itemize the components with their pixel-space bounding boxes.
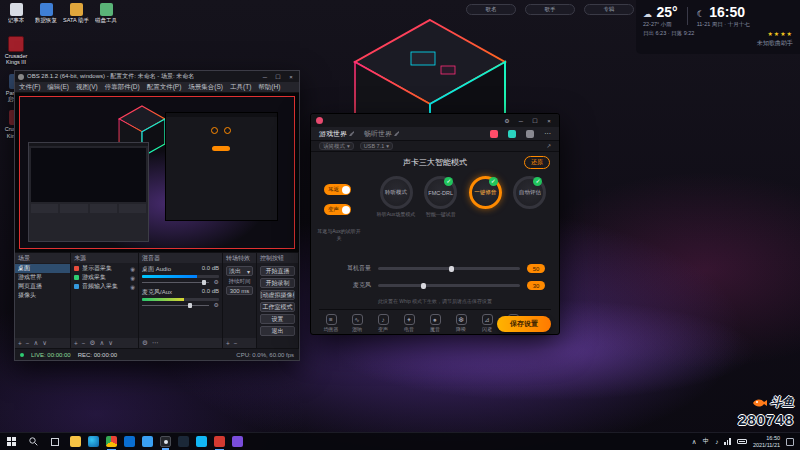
effect-voice-change[interactable]: ♪ 变声 <box>373 314 393 332</box>
menu-file[interactable]: 文件(F) <box>19 83 40 91</box>
scene-item[interactable]: 游戏世界 <box>15 273 70 282</box>
headphone-volume-slider[interactable] <box>378 267 520 270</box>
audio-app-settings-button[interactable]: ⚙ <box>502 117 512 124</box>
device-chip[interactable]: USB 7.1 ▾ <box>360 142 393 150</box>
source-remove-button[interactable]: − <box>82 340 86 347</box>
save-settings-button[interactable]: 保存设置 <box>497 316 551 332</box>
obs-video-canvas[interactable] <box>19 96 295 250</box>
network-icon[interactable] <box>724 438 731 445</box>
store-app-icon[interactable] <box>124 436 135 447</box>
channel-gear-icon[interactable]: ⚙ <box>214 278 219 285</box>
obs-preview-area[interactable] <box>15 93 299 253</box>
taskbar-clock[interactable]: 16:50 2021/11/21 <box>753 435 780 448</box>
scene-down-button[interactable]: ∨ <box>42 339 47 347</box>
transition-add-button[interactable]: + <box>226 340 230 347</box>
menu-edit[interactable]: 编辑(E) <box>47 83 69 91</box>
explorer-app-icon[interactable] <box>70 436 81 447</box>
tray-expand-icon[interactable]: ∧ <box>692 438 697 446</box>
mail-app-icon[interactable] <box>142 436 153 447</box>
effect-electronic[interactable]: ✦ 电音 <box>399 314 419 332</box>
menu-scene-collection[interactable]: 场景集合(S) <box>188 83 223 91</box>
virtual-camera-button[interactable]: 启动虚拟摄像机 <box>260 290 295 300</box>
desktop-icon-sata[interactable]: SATA 助手 <box>63 3 89 23</box>
obs-app-icon[interactable] <box>160 436 171 447</box>
listen-mode-knob[interactable]: 聆听模式 <box>380 176 413 209</box>
more-icon[interactable]: ⋯ <box>544 130 551 138</box>
menu-view[interactable]: 视图(V) <box>76 83 98 91</box>
voice-change-toggle[interactable]: 变声 <box>324 204 351 215</box>
transition-remove-button[interactable]: − <box>234 340 238 347</box>
song-title-field[interactable]: 歌名 <box>466 4 516 15</box>
obs-minimize-button[interactable]: ─ <box>260 74 270 80</box>
chrome-app-icon[interactable] <box>106 436 117 447</box>
volume-icon[interactable]: ♪ <box>715 438 718 445</box>
menu-tools[interactable]: 工具(T) <box>230 83 251 91</box>
fmc-drl-knob[interactable]: FMC-DRL ✓ <box>424 176 457 209</box>
mic-volume-slider[interactable] <box>378 284 520 287</box>
source-item[interactable]: 音频输入采集 ◉ <box>71 282 138 291</box>
desktop-icon-notepad[interactable]: 记事本 <box>3 3 29 23</box>
desktop-icon-recovery[interactable]: 数据恢复 <box>33 3 59 23</box>
source-item[interactable]: 游戏采集 ◉ <box>71 273 138 282</box>
mic-mode-chip[interactable]: 话筒模式 ▾ <box>319 142 354 150</box>
source-down-button[interactable]: ∨ <box>108 339 113 347</box>
visibility-icon[interactable]: ◉ <box>130 275 135 281</box>
notification-center-icon[interactable] <box>786 438 794 446</box>
music-app-icon[interactable] <box>214 436 225 447</box>
music-icon[interactable] <box>490 130 498 138</box>
edge-app-icon[interactable] <box>88 436 99 447</box>
song-album-field[interactable]: 专辑 <box>584 4 634 15</box>
one-key-tune-knob[interactable]: 一键修音 ✓ <box>469 176 502 209</box>
audio-app-close-button[interactable]: × <box>544 118 554 124</box>
share-icon[interactable]: ↗ <box>546 143 551 149</box>
obs-maximize-button[interactable]: ☐ <box>273 73 283 80</box>
steam-app-icon[interactable] <box>178 436 189 447</box>
scene-item[interactable]: 桌面 <box>15 264 70 273</box>
volume-slider[interactable]: ⚙ <box>142 302 219 308</box>
reset-button[interactable]: 还原 <box>524 156 550 169</box>
source-up-button[interactable]: ∧ <box>99 339 104 347</box>
tab-game-world[interactable]: 游戏世界 <box>319 129 354 139</box>
source-properties-button[interactable]: ⚙ <box>90 339 96 347</box>
game-app-icon[interactable] <box>232 436 243 447</box>
transition-select[interactable]: 淡出 ▾ <box>226 266 253 276</box>
audio-app-maximize-button[interactable]: ☐ <box>530 117 540 124</box>
audio-app-title-bar[interactable]: ⚙ ─ ☐ × <box>311 114 559 127</box>
visibility-icon[interactable]: ◉ <box>130 266 135 272</box>
menu-help[interactable]: 帮助(H) <box>258 83 280 91</box>
source-add-button[interactable]: + <box>74 340 78 347</box>
visibility-icon[interactable]: ◉ <box>130 284 135 290</box>
task-view-button[interactable] <box>44 433 66 450</box>
effect-reverb[interactable]: ∿ 混响 <box>347 314 367 332</box>
effect-denoise[interactable]: ❆ 降噪 <box>451 314 471 332</box>
monitor-toggle[interactable]: 耳返 <box>324 184 351 195</box>
mixer-more-button[interactable]: ⋯ <box>152 339 159 347</box>
qq-app-icon[interactable] <box>196 436 207 447</box>
duration-spinner[interactable]: 300 ms <box>226 286 253 295</box>
start-button[interactable] <box>0 433 22 450</box>
mixer-settings-button[interactable]: ⚙ <box>142 339 148 347</box>
scene-item[interactable]: 摄像头 <box>15 291 70 300</box>
desktop-icon-disk[interactable]: 磁盘工具 <box>93 3 119 23</box>
tab-listen-world[interactable]: 畅听世界 <box>364 129 399 139</box>
audio-app-minimize-button[interactable]: ─ <box>516 118 526 124</box>
settings-button[interactable]: 设置 <box>260 314 295 324</box>
song-artist-field[interactable]: 歌手 <box>525 4 575 15</box>
start-streaming-button[interactable]: 开始直播 <box>260 266 295 276</box>
volume-slider[interactable]: ⚙ <box>142 279 219 285</box>
scene-remove-button[interactable]: − <box>26 340 30 347</box>
scene-add-button[interactable]: + <box>18 340 22 347</box>
effect-magic[interactable]: ● 魔音 <box>425 314 445 332</box>
battery-icon[interactable] <box>737 439 747 444</box>
desktop-icon-ck3[interactable]: Crusader Kings III <box>3 36 29 66</box>
exit-button[interactable]: 退出 <box>260 326 295 336</box>
scene-item[interactable]: 网页直播 <box>15 282 70 291</box>
auto-evaluate-knob[interactable]: 自动评估 ✓ <box>513 176 546 209</box>
mic-icon[interactable] <box>508 130 516 138</box>
taskbar-search-button[interactable] <box>22 433 44 450</box>
effect-duck[interactable]: ⊿ 闪避 <box>477 314 497 332</box>
scene-up-button[interactable]: ∧ <box>34 339 39 347</box>
source-item[interactable]: 显示器采集 ◉ <box>71 264 138 273</box>
start-recording-button[interactable]: 开始录制 <box>260 278 295 288</box>
effect-equalizer[interactable]: ≡ 均衡器 <box>321 314 341 332</box>
